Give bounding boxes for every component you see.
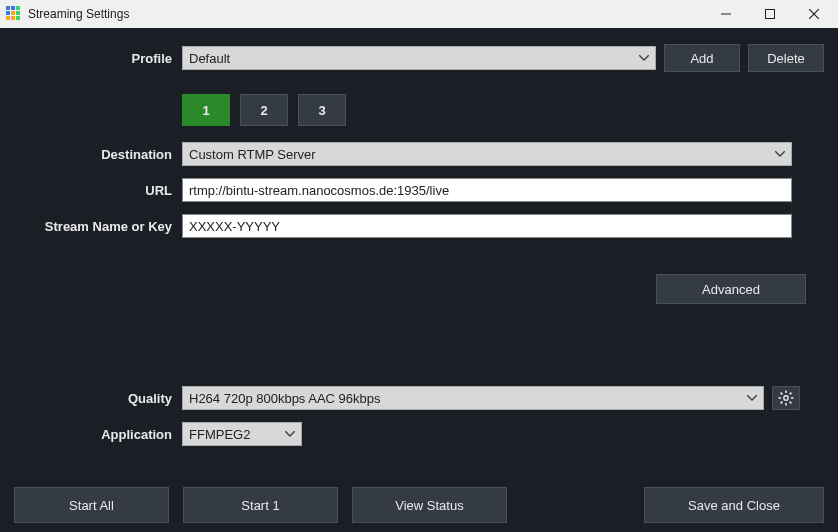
quality-select[interactable]: H264 720p 800kbps AAC 96kbps [182, 386, 764, 410]
quality-select-value: H264 720p 800kbps AAC 96kbps [189, 391, 381, 406]
tab-3[interactable]: 3 [298, 94, 346, 126]
destination-select-value: Custom RTMP Server [189, 147, 316, 162]
stream-key-input[interactable] [182, 214, 792, 238]
gear-icon [778, 390, 794, 406]
application-label: Application [14, 427, 182, 442]
footer: Start All Start 1 View Status Save and C… [0, 478, 838, 532]
svg-point-4 [784, 396, 788, 400]
stream-key-label: Stream Name or Key [14, 219, 182, 234]
maximize-button[interactable] [748, 0, 792, 28]
svg-line-9 [781, 393, 783, 395]
titlebar: Streaming Settings [0, 0, 838, 28]
application-select[interactable]: FFMPEG2 [182, 422, 302, 446]
svg-line-11 [790, 393, 792, 395]
app-icon [6, 6, 22, 22]
stream-tabs: 1 2 3 [182, 94, 838, 126]
url-input[interactable] [182, 178, 792, 202]
add-profile-button[interactable]: Add [664, 44, 740, 72]
tab-1[interactable]: 1 [182, 94, 230, 126]
view-status-button[interactable]: View Status [352, 487, 507, 523]
svg-line-10 [790, 402, 792, 404]
tab-2[interactable]: 2 [240, 94, 288, 126]
profile-select[interactable]: Default [182, 46, 656, 70]
minimize-button[interactable] [704, 0, 748, 28]
profile-label: Profile [14, 51, 182, 66]
chevron-down-icon [639, 55, 649, 61]
chevron-down-icon [747, 395, 757, 401]
quality-settings-button[interactable] [772, 386, 800, 410]
url-label: URL [14, 183, 182, 198]
advanced-button[interactable]: Advanced [656, 274, 806, 304]
quality-label: Quality [14, 391, 182, 406]
svg-line-12 [781, 402, 783, 404]
window-title: Streaming Settings [28, 7, 129, 21]
chevron-down-icon [775, 151, 785, 157]
application-select-value: FFMPEG2 [189, 427, 250, 442]
start-all-button[interactable]: Start All [14, 487, 169, 523]
chevron-down-icon [285, 431, 295, 437]
destination-label: Destination [14, 147, 182, 162]
destination-select[interactable]: Custom RTMP Server [182, 142, 792, 166]
start-1-button[interactable]: Start 1 [183, 487, 338, 523]
svg-rect-1 [766, 10, 775, 19]
close-button[interactable] [792, 0, 836, 28]
profile-select-value: Default [189, 51, 230, 66]
delete-profile-button[interactable]: Delete [748, 44, 824, 72]
save-and-close-button[interactable]: Save and Close [644, 487, 824, 523]
